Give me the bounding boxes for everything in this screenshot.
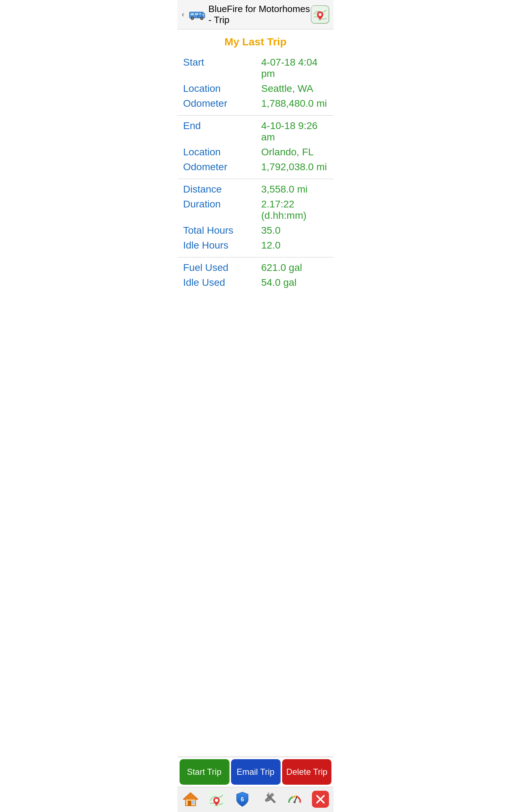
app-header: ‹ BlueFire for Motorhomes - Trip <box>177 0 334 29</box>
start-location-value: Seattle, WA <box>261 83 328 94</box>
svg-point-24 <box>215 799 218 802</box>
start-odometer-row: Odometer 1,788,480.0 mi <box>183 96 328 111</box>
idle-used-label: Idle Used <box>183 277 261 288</box>
maps-icon-svg <box>312 6 328 23</box>
idle-hours-row: Idle Hours 12.0 <box>183 238 328 253</box>
idle-hours-label: Idle Hours <box>183 240 261 251</box>
fuel-used-row: Fuel Used 621.0 gal <box>183 260 328 275</box>
email-trip-button[interactable]: Email Trip <box>231 759 281 785</box>
start-trip-button[interactable]: Start Trip <box>180 759 230 785</box>
fuel-used-label: Fuel Used <box>183 262 261 273</box>
svg-point-9 <box>201 17 203 19</box>
start-datetime: 4-07-18 4:04 pm <box>261 57 328 79</box>
fuel-section: Fuel Used 621.0 gal Idle Used 54.0 gal <box>177 257 334 294</box>
start-odometer-value: 1,788,480.0 mi <box>261 98 328 109</box>
svg-rect-21 <box>192 801 194 804</box>
page-title: My Last Trip <box>177 29 334 52</box>
tab-tools[interactable] <box>256 790 281 808</box>
start-row: Start 4-07-18 4:04 pm <box>183 55 328 81</box>
start-section: Start 4-07-18 4:04 pm Location Seattle, … <box>177 52 334 116</box>
tools-icon <box>259 790 278 808</box>
svg-rect-20 <box>188 801 191 806</box>
idle-hours-value: 12.0 <box>261 240 328 251</box>
distance-label: Distance <box>183 184 261 195</box>
main-content: My Last Trip Start 4-07-18 4:04 pm Locat… <box>177 29 334 757</box>
duration-value: 2.17:22 (d.hh:mm) <box>261 199 328 221</box>
idle-used-row: Idle Used 54.0 gal <box>183 275 328 290</box>
svg-point-32 <box>293 801 296 803</box>
end-datetime: 4-10-18 9:26 am <box>261 120 328 143</box>
action-buttons: Start Trip Email Trip Delete Trip <box>177 757 334 787</box>
start-location-row: Location Seattle, WA <box>183 81 328 96</box>
gauge-icon <box>285 790 304 808</box>
duration-label: Duration <box>183 199 261 210</box>
start-location-label: Location <box>183 83 261 94</box>
header-map-icon[interactable] <box>311 5 329 24</box>
distance-row: Distance 3,558.0 mi <box>183 182 328 197</box>
end-section: End 4-10-18 9:26 am Location Orlando, FL… <box>177 116 334 179</box>
map-tab-icon <box>207 790 226 808</box>
start-label: Start <box>183 57 261 68</box>
stats-section: Distance 3,558.0 mi Duration 2.17:22 (d.… <box>177 179 334 257</box>
distance-value: 3,558.0 mi <box>261 184 328 195</box>
back-arrow-icon: ‹ <box>182 10 184 19</box>
svg-point-13 <box>319 13 322 16</box>
end-location-value: Orlando, FL <box>261 146 328 158</box>
end-odometer-row: Odometer 1,792,038.0 mi <box>183 160 328 174</box>
idle-used-value: 54.0 gal <box>261 277 328 288</box>
delete-trip-button[interactable]: Delete Trip <box>282 759 331 785</box>
svg-rect-2 <box>191 13 194 16</box>
svg-point-7 <box>192 17 193 19</box>
svg-rect-5 <box>203 14 205 16</box>
end-odometer-label: Odometer <box>183 161 261 173</box>
total-hours-value: 35.0 <box>261 225 328 236</box>
home-icon <box>181 790 200 808</box>
fuel-used-value: 621.0 gal <box>261 262 328 273</box>
tab-home[interactable] <box>177 790 203 808</box>
svg-point-30 <box>268 798 270 800</box>
duration-row: Duration 2.17:22 (d.hh:mm) <box>183 197 328 223</box>
svg-rect-10 <box>197 15 199 18</box>
tab-close[interactable] <box>308 790 334 808</box>
end-row: End 4-10-18 9:26 am <box>183 118 328 145</box>
route-icon: 6 <box>233 790 252 808</box>
total-hours-row: Total Hours 35.0 <box>183 223 328 238</box>
end-label: End <box>183 120 261 132</box>
header-title: BlueFire for Motorhomes - Trip <box>206 4 311 26</box>
tab-bar: 6 <box>177 787 334 812</box>
svg-marker-19 <box>183 793 198 799</box>
tab-gauge[interactable] <box>281 790 307 808</box>
svg-text:6: 6 <box>241 796 244 802</box>
end-location-row: Location Orlando, FL <box>183 145 328 160</box>
start-odometer-label: Odometer <box>183 98 261 109</box>
back-button[interactable]: ‹ <box>182 10 186 19</box>
close-tab-icon <box>311 790 330 808</box>
motorhome-icon <box>188 8 206 21</box>
tab-map[interactable] <box>203 790 229 808</box>
total-hours-label: Total Hours <box>183 225 261 236</box>
svg-rect-4 <box>199 13 201 15</box>
tab-route[interactable]: 6 <box>230 790 256 808</box>
end-odometer-value: 1,792,038.0 mi <box>261 161 328 173</box>
end-location-label: Location <box>183 146 261 158</box>
